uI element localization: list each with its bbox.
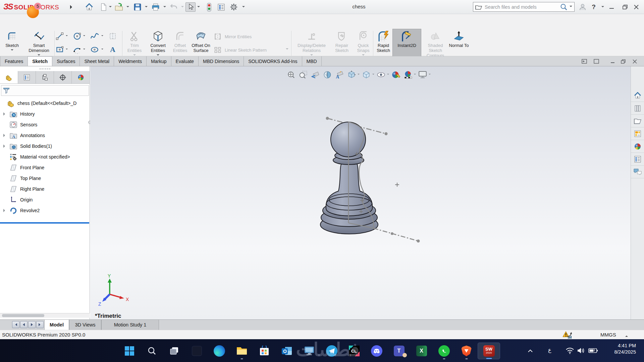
design-library-button[interactable] <box>631 102 644 115</box>
discord-icon[interactable] <box>365 343 388 359</box>
sketch-text-tool-icon[interactable]: A <box>108 45 117 54</box>
search-box[interactable] <box>473 2 575 12</box>
save-button[interactable] <box>133 2 142 12</box>
speaker-icon[interactable] <box>576 339 586 362</box>
mirror-sketch-icon[interactable] <box>108 32 117 41</box>
offset-on-surface-button[interactable]: Offset On Surface <box>191 30 211 53</box>
tree-item-solid-bodies[interactable]: Solid Bodies(1) <box>0 141 90 151</box>
line-dropdown-icon[interactable] <box>65 32 68 41</box>
user-account-icon[interactable] <box>578 2 587 12</box>
search-dropdown-icon[interactable] <box>570 6 572 8</box>
trim-entities-button[interactable]: Trim Entities <box>123 30 146 57</box>
sketch-dropdown-icon[interactable] <box>11 49 13 52</box>
rectangle-dropdown-icon[interactable] <box>65 45 68 54</box>
chess-pawn-model[interactable]: Y X Z <box>90 66 631 319</box>
tab-solidworks-addins[interactable]: SOLIDWORKS Add-Ins <box>244 56 302 66</box>
tree-filter-field[interactable] <box>1 85 89 96</box>
taskbar-clock[interactable]: 4:41 PM 8/24/2025 <box>604 343 636 355</box>
performance-warning-icon[interactable] <box>562 331 573 339</box>
dim-app-icon[interactable] <box>185 343 208 359</box>
pane-right-icon[interactable] <box>592 58 600 65</box>
solidworks-taskbar-icon[interactable]: SW 2020 <box>478 343 500 359</box>
unit-dropdown-icon[interactable] <box>625 334 628 337</box>
rapid-sketch-button[interactable]: Rapid Sketch <box>374 30 392 53</box>
repair-sketch-button[interactable]: Repair Sketch <box>331 30 353 53</box>
do c-close-icon[interactable] <box>631 58 639 65</box>
tree-item-front-plane[interactable]: Front Plane <box>0 162 90 173</box>
open-button[interactable] <box>114 2 123 12</box>
tab-sheet-metal[interactable]: Sheet Metal <box>80 56 114 66</box>
forum-comments-button[interactable] <box>631 166 644 178</box>
tab-mbd-dimensions[interactable]: MBD Dimensions <box>199 56 244 66</box>
custom-properties-button[interactable] <box>631 153 644 166</box>
start-button[interactable] <box>118 343 141 359</box>
scrollbar-thumb[interactable] <box>2 314 44 317</box>
tree-item-material[interactable]: Material <not specified> <box>0 152 90 162</box>
shaded-sketch-contours-button[interactable]: Shaded Sketch Contours <box>423 30 447 58</box>
new-doc-dropdown-icon[interactable] <box>109 6 112 9</box>
tab-dimxpert-manager[interactable] <box>54 71 72 83</box>
tab-evaluate[interactable]: Evaluate <box>171 56 199 66</box>
expand-arrow-icon[interactable] <box>3 112 7 116</box>
new-document-button[interactable] <box>99 2 108 12</box>
close-button[interactable] <box>633 4 640 10</box>
expand-arrow-icon[interactable] <box>3 134 7 137</box>
3d-views-tab[interactable]: 3D Views <box>69 320 101 330</box>
linear-pattern-dropdown-icon[interactable] <box>286 48 288 51</box>
task-pane-home-button[interactable] <box>631 89 644 102</box>
microsoft-store-icon[interactable] <box>253 343 275 359</box>
spline-dropdown-icon[interactable] <box>101 32 104 41</box>
quick-snaps-button[interactable]: Quick Snaps <box>354 30 373 57</box>
tree-item-revolve2[interactable]: Revolve2 <box>0 205 90 216</box>
home-button[interactable] <box>85 2 94 12</box>
tree-item-history[interactable]: History <box>0 109 90 119</box>
tab-configuration-manager[interactable] <box>36 71 54 83</box>
remote-desktop-icon[interactable] <box>298 343 320 359</box>
tab-feature-manager[interactable] <box>0 71 18 83</box>
wifi-icon[interactable] <box>565 339 575 362</box>
tree-horizontal-scrollbar[interactable] <box>0 313 90 318</box>
tree-item-annotations[interactable]: A Annotations <box>0 130 90 140</box>
tree-root-part[interactable]: chess (Default<<Default>_D <box>0 98 90 108</box>
tab-markup[interactable]: Markup <box>147 56 171 66</box>
settings-dropdown-icon[interactable] <box>242 6 245 9</box>
rollback-bar[interactable] <box>0 222 89 224</box>
search-magnifier-icon[interactable] <box>560 3 568 11</box>
file-explorer-icon[interactable] <box>230 343 253 359</box>
model-tab[interactable]: Model <box>44 320 69 330</box>
tab-property-manager[interactable] <box>18 71 36 83</box>
normal-to-button[interactable]: Normal To <box>448 30 470 48</box>
instant2d-button[interactable]: Instant2D <box>393 30 421 48</box>
toolbar-expand-arrow-icon[interactable] <box>69 2 73 12</box>
save-dropdown-icon[interactable] <box>145 6 148 9</box>
next-tab-button[interactable] <box>28 321 36 328</box>
appearances-scenes-button[interactable] <box>631 140 644 153</box>
tab-features[interactable]: Features <box>0 56 28 66</box>
help-button[interactable]: ? <box>590 2 597 12</box>
arc-dropdown-icon[interactable] <box>83 45 86 54</box>
last-tab-button[interactable] <box>36 321 44 328</box>
tab-mbd[interactable]: MBD <box>302 56 322 66</box>
expand-arrow-icon[interactable] <box>3 144 7 148</box>
task-view-button[interactable] <box>163 343 185 359</box>
rectangle-tool-icon[interactable] <box>55 45 64 54</box>
clion-icon[interactable]: CL <box>343 343 365 359</box>
ellipse-tool-icon[interactable] <box>90 45 99 54</box>
outlook-icon[interactable]: O <box>275 343 298 359</box>
doc-minimize-icon[interactable] <box>608 58 616 65</box>
tree-item-origin[interactable]: Origin <box>0 194 90 205</box>
help-dropdown-icon[interactable] <box>601 6 604 9</box>
ellipse-dropdown-icon[interactable] <box>101 45 104 54</box>
select-tool-button[interactable] <box>185 2 196 12</box>
teams-icon[interactable]: T <box>388 343 410 359</box>
language-indicator[interactable]: ع <box>548 347 551 353</box>
whatsapp-icon[interactable] <box>433 343 455 359</box>
linear-sketch-pattern-button[interactable]: Linear Sketch Pattern <box>213 46 290 54</box>
arc-tool-icon[interactable] <box>72 45 82 54</box>
unit-system[interactable]: MMGS <box>600 332 616 338</box>
options-list-button[interactable] <box>216 2 226 12</box>
select-dropdown-icon[interactable] <box>197 6 200 9</box>
view-palette-button[interactable] <box>631 127 644 140</box>
notification-app-icon[interactable]: 5 <box>27 4 46 19</box>
search-taskbar-button[interactable] <box>141 343 163 359</box>
